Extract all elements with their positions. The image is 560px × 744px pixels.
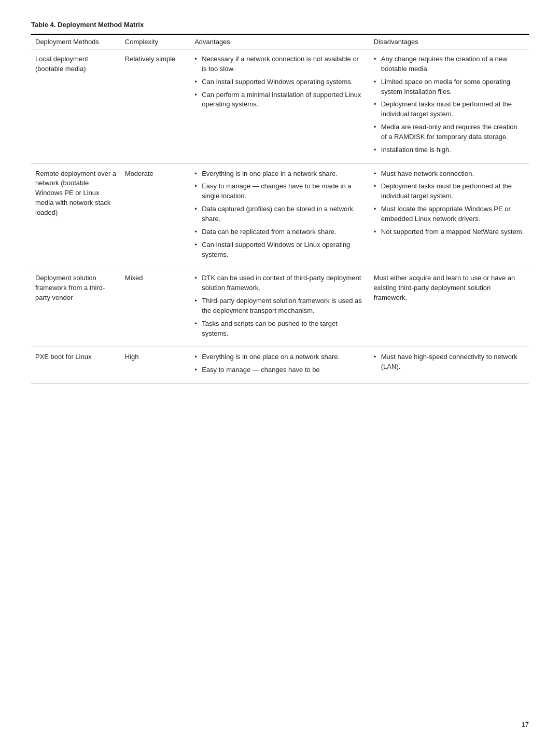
disadvantage-item: Deployment tasks must be performed at th… [374, 100, 525, 119]
cell-advantages: Everything is in one place in a network … [190, 163, 370, 268]
advantage-item: Easy to manage — changes have to be [194, 365, 366, 375]
cell-advantages: Everything is in one place on a network … [190, 347, 370, 384]
disadvantage-item: Must have network connection. [374, 169, 525, 179]
advantage-item: Data can be replicated from a network sh… [194, 227, 366, 237]
disadvantage-item: Installation time is high. [374, 145, 525, 155]
cell-advantages: Necessary if a network connection is not… [190, 49, 370, 164]
cell-method: Deployment solution framework from a thi… [31, 268, 121, 347]
table-row: Deployment solution framework from a thi… [31, 268, 529, 347]
table-row: Local deployment (bootable media)Relativ… [31, 49, 529, 164]
table-row: Remote deployment over a network (bootab… [31, 163, 529, 268]
header-complexity: Complexity [121, 34, 190, 49]
advantage-item: DTK can be used in context of third-part… [194, 273, 366, 293]
deployment-table: Deployment Methods Complexity Advantages… [31, 34, 529, 384]
advantage-item: Can install supported Windows operating … [194, 77, 366, 87]
advantage-item: Everything is in one place on a network … [194, 352, 366, 362]
disadvantage-item: Not supported from a mapped NetWare syst… [374, 227, 525, 237]
advantage-item: Data captured (profiles) can be stored i… [194, 204, 366, 224]
header-method: Deployment Methods [31, 34, 121, 49]
cell-method: PXE boot for Linux [31, 347, 121, 384]
cell-disadvantages: Must have high-speed connectivity to net… [370, 347, 529, 384]
cell-disadvantages: Must have network connection.Deployment … [370, 163, 529, 268]
table-title: Table 4. Deployment Method Matrix [31, 21, 529, 29]
cell-complexity: Relatively simple [121, 49, 190, 164]
cell-complexity: Mixed [121, 268, 190, 347]
cell-method: Local deployment (bootable media) [31, 49, 121, 164]
disadvantage-item: Media are read-only and requires the cre… [374, 122, 525, 142]
cell-advantages: DTK can be used in context of third-part… [190, 268, 370, 347]
disadvantage-item: Must have high-speed connectivity to net… [374, 352, 525, 372]
page-number: 17 [522, 721, 529, 728]
header-disadvantages: Disadvantages [370, 34, 529, 49]
header-advantages: Advantages [190, 34, 370, 49]
advantage-item: Can install supported Windows or Linux o… [194, 240, 366, 260]
disadvantage-item: Must locate the appropriate Windows PE o… [374, 204, 525, 224]
cell-disadvantages: Any change requires the creation of a ne… [370, 49, 529, 164]
disadvantage-item: Deployment tasks must be performed at th… [374, 182, 525, 201]
advantage-item: Tasks and scripts can be pushed to the t… [194, 319, 366, 339]
advantage-item: Can perform a minimal installation of su… [194, 90, 366, 110]
cell-complexity: High [121, 347, 190, 384]
advantage-item: Necessary if a network connection is not… [194, 54, 366, 74]
cell-complexity: Moderate [121, 163, 190, 268]
cell-disadvantages: Must either acquire and learn to use or … [370, 268, 529, 347]
disadvantage-item: Limited space on media for some operatin… [374, 77, 525, 97]
advantage-item: Third-party deployment solution framewor… [194, 296, 366, 316]
disadvantage-item: Any change requires the creation of a ne… [374, 54, 525, 74]
advantage-item: Everything is in one place in a network … [194, 169, 366, 179]
advantage-item: Easy to manage — changes have to be made… [194, 182, 366, 201]
table-row: PXE boot for LinuxHighEverything is in o… [31, 347, 529, 384]
cell-method: Remote deployment over a network (bootab… [31, 163, 121, 268]
